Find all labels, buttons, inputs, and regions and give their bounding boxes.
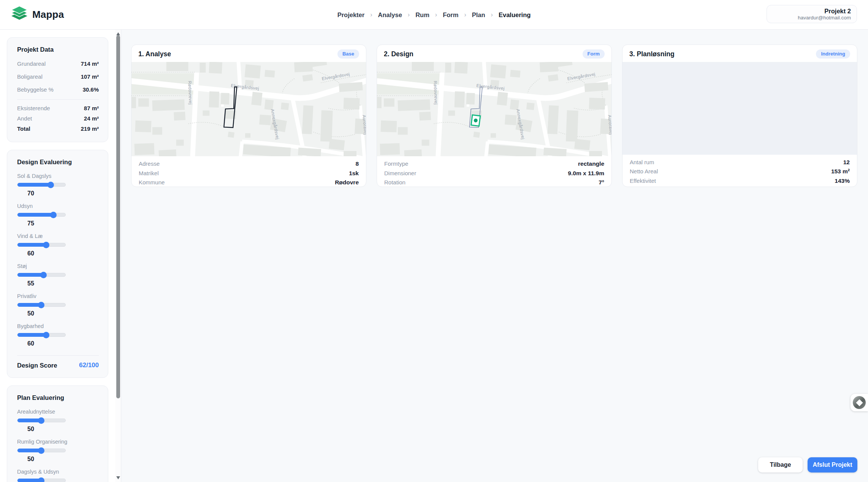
slider-thumb[interactable] — [48, 182, 54, 188]
slider-thumb[interactable] — [40, 272, 47, 278]
breadcrumb-item-projekter[interactable]: Projekter — [337, 11, 365, 19]
slider-thumb[interactable] — [43, 332, 49, 338]
slider-privatliv: Privatliv 50 — [17, 293, 99, 317]
panel-title: Plan Evaluering — [17, 394, 99, 401]
slider-value: 50 — [27, 456, 99, 463]
design-score-row: Design Score 62/100 — [17, 362, 99, 371]
slider-rumlig-organisering: Rumlig Organisering 50 — [17, 439, 99, 463]
detail-row-effektivitet: Effektivitet 143% — [630, 178, 850, 187]
project-email: havardur@hotmail.com — [798, 15, 851, 21]
card-analyse: 1. Analyse Base Adresse 8 Matrikel 1sk — [131, 44, 366, 187]
row-value: 714 m² — [81, 60, 99, 67]
plan-preview-empty — [622, 62, 857, 155]
detail-value: 7° — [599, 179, 604, 186]
scrollbar-thumb[interactable] — [116, 35, 120, 398]
slider-label: Rumlig Organisering — [17, 439, 99, 445]
slider-privatliv-track[interactable] — [17, 303, 66, 307]
slider-value: 70 — [27, 190, 99, 197]
breadcrumb-item-form[interactable]: Form — [443, 11, 458, 19]
panel-design-evaluering: Design Evaluering Sol & Dagslys 70 Udsyn… — [7, 150, 108, 378]
card-badge: Form — [583, 49, 605, 59]
finish-project-button[interactable]: Afslut Projekt — [808, 457, 857, 472]
app-logo[interactable]: Mappa — [11, 6, 64, 23]
slider-value: 50 — [27, 310, 99, 317]
slider-value: 75 — [27, 220, 99, 227]
data-row-andet: Andet 24 m² — [17, 115, 99, 122]
row-value: 30.6% — [82, 86, 99, 93]
detail-row-adresse: Adresse 8 — [139, 160, 359, 170]
back-button[interactable]: Tilbage — [758, 457, 803, 472]
slider-thumb[interactable] — [50, 212, 57, 218]
detail-label: Antal rum — [630, 159, 654, 165]
project-name: Projekt 2 — [824, 8, 851, 15]
detail-label: Rotation — [384, 179, 405, 186]
floating-widget-button[interactable] — [851, 394, 868, 411]
slider-dagslys-udsyn-track[interactable] — [17, 479, 66, 482]
panel-plan-evaluering: Plan Evaluering Arealudnyttelse 50 Rumli… — [7, 385, 108, 482]
data-row-grundareal: Grundareal 714 m² — [17, 60, 99, 67]
slider-sol-dagslys-track[interactable] — [17, 183, 66, 187]
row-label: Bebyggelse % — [17, 86, 54, 93]
card-planloesning: 3. Planløsning Indretning Antal rum 12 N… — [622, 44, 857, 187]
detail-label: Netto Areal — [630, 168, 658, 174]
scroll-down-arrow-icon[interactable] — [116, 476, 120, 479]
slider-value: 50 — [27, 426, 99, 433]
slider-arealudnyttelse-track[interactable] — [17, 419, 66, 422]
breadcrumb-item-analyse[interactable]: Analyse — [378, 11, 402, 19]
slider-label: Privatliv — [17, 293, 99, 300]
slider-thumb[interactable] — [43, 242, 49, 248]
main-content: 1. Analyse Base Adresse 8 Matrikel 1sk — [121, 30, 868, 482]
breadcrumb-item-plan[interactable]: Plan — [472, 11, 485, 19]
row-value: 87 m² — [84, 105, 99, 111]
detail-value: 143% — [835, 178, 850, 184]
scroll-up-arrow-icon[interactable] — [116, 32, 120, 35]
logo-text: Mappa — [32, 9, 64, 21]
card-title: 1. Analyse — [138, 50, 171, 58]
sidebar-scrollbar[interactable] — [115, 30, 121, 482]
breadcrumb-separator: › — [491, 11, 493, 18]
detail-label: Formtype — [384, 160, 408, 167]
app-header: Mappa Projekter › Analyse › Rum › Form ›… — [0, 0, 868, 30]
map-preview-design — [377, 62, 611, 156]
divider — [17, 355, 99, 356]
slider-thumb[interactable] — [38, 447, 44, 454]
widget-diamond-icon — [856, 399, 863, 406]
slider-label: Dagslys & Udsyn — [17, 469, 99, 475]
slider-label: Sol & Dagslys — [17, 173, 99, 179]
slider-thumb[interactable] — [38, 477, 44, 482]
slider-thumb[interactable] — [38, 417, 44, 424]
detail-label: Effektivitet — [630, 178, 656, 184]
card-badge: Base — [337, 49, 359, 59]
panel-title: Design Evaluering — [17, 159, 99, 166]
widget-circle-icon — [853, 396, 866, 409]
breadcrumb-item-evaluering[interactable]: Evaluering — [499, 11, 531, 19]
building-footprint — [471, 115, 480, 126]
project-info-box[interactable]: Projekt 2 havardur@hotmail.com — [767, 5, 857, 23]
card-title: 3. Planløsning — [629, 50, 675, 58]
breadcrumb-separator: › — [435, 11, 437, 18]
slider-label: Vind & Læ — [17, 233, 99, 239]
slider-stoej-track[interactable] — [17, 273, 66, 277]
slider-thumb[interactable] — [38, 302, 44, 308]
detail-value: Rødovre — [335, 179, 359, 186]
slider-value: 55 — [27, 280, 99, 287]
slider-vind-lae: Vind & Læ 60 — [17, 233, 99, 257]
detail-row-antal-rum: Antal rum 12 — [630, 159, 850, 168]
slider-bygbarhed-track[interactable] — [17, 333, 66, 337]
card-title: 2. Design — [384, 50, 413, 58]
detail-label: Kommune — [139, 179, 165, 186]
slider-arealudnyttelse: Arealudnyttelse 50 — [17, 409, 99, 433]
slider-stoej: Støj 55 — [17, 263, 99, 287]
mappa-layers-icon — [11, 6, 27, 23]
slider-label: Arealudnyttelse — [17, 409, 99, 415]
slider-value: 60 — [27, 340, 99, 347]
slider-rumlig-organisering-track[interactable] — [17, 449, 66, 452]
breadcrumb-item-rum[interactable]: Rum — [415, 11, 429, 19]
data-row-bebyggelse: Bebyggelse % 30.6% — [17, 86, 99, 93]
card-design: 2. Design Form Formtype rectangle — [377, 44, 612, 187]
slider-udsyn-track[interactable] — [17, 213, 66, 217]
sidebar: Projekt Data Grundareal 714 m² Boligarea… — [7, 30, 108, 482]
slider-label: Støj — [17, 263, 99, 270]
slider-vind-lae-track[interactable] — [17, 243, 66, 247]
divider — [17, 99, 99, 100]
